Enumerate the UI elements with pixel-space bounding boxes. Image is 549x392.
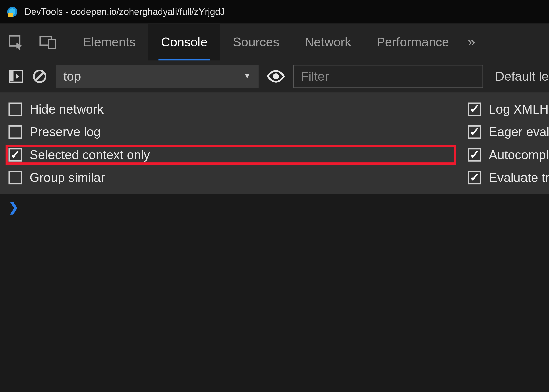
console-settings-panel: Hide network Log XMLHttpRequests Preserv… [0, 93, 549, 194]
checkbox-icon [8, 171, 22, 185]
setting-autocomplete-history[interactable]: Autocomplete from history [468, 148, 549, 162]
setting-eager-evaluation[interactable]: Eager evaluation [468, 125, 549, 139]
tab-performance[interactable]: Performance [364, 24, 462, 60]
checkbox-checked-icon [8, 148, 22, 162]
checkbox-checked-icon [468, 171, 481, 185]
console-prompt-icon: ❯ [8, 200, 19, 214]
checkbox-icon [8, 125, 22, 139]
setting-label: Hide network [30, 102, 104, 117]
devtools-tabs: Elements Console Sources Network Perform… [70, 24, 549, 60]
console-output-area[interactable]: ❯ [0, 194, 549, 392]
setting-label: Autocomplete from history [489, 148, 549, 162]
setting-hide-network[interactable]: Hide network [8, 102, 451, 117]
setting-selected-context-only[interactable]: Selected context only [8, 148, 453, 162]
setting-group-similar[interactable]: Group similar [8, 171, 451, 185]
devtools-tabs-strip: Elements Console Sources Network Perform… [0, 24, 549, 60]
tab-network[interactable]: Network [292, 24, 364, 60]
tab-sources[interactable]: Sources [220, 24, 292, 60]
clear-console-icon[interactable] [32, 69, 47, 84]
svg-point-16 [273, 73, 279, 79]
setting-label: Preserve log [30, 125, 101, 139]
setting-label: Eager evaluation [489, 125, 549, 139]
app-icon [6, 6, 18, 18]
tab-elements[interactable]: Elements [70, 24, 148, 60]
tab-console[interactable]: Console [148, 24, 220, 60]
live-expression-icon[interactable] [267, 70, 285, 82]
setting-label: Selected context only [30, 148, 150, 162]
chevron-down-icon: ▼ [243, 72, 251, 80]
console-sidebar-toggle-icon[interactable] [8, 69, 23, 83]
checkbox-icon [8, 103, 22, 116]
filter-input[interactable] [293, 64, 483, 88]
device-toolbar-icon[interactable] [38, 32, 58, 52]
setting-label: Log XMLHttpRequests [489, 102, 549, 117]
log-levels-label: Default levels [495, 69, 549, 83]
setting-label: Evaluate triggers user activation [489, 171, 549, 185]
window-title: DevTools - codepen.io/zoherghadyali/full… [24, 6, 549, 17]
svg-rect-13 [10, 71, 13, 81]
svg-line-15 [36, 72, 44, 80]
setting-evaluate-user-activation[interactable]: Evaluate triggers user activation [468, 171, 549, 185]
checkbox-checked-icon [468, 148, 481, 162]
console-toolbar: top ▼ Default levels ▼ [0, 60, 549, 93]
setting-log-xhr[interactable]: Log XMLHttpRequests [468, 102, 549, 117]
log-levels-dropdown[interactable]: Default levels ▼ [492, 69, 549, 83]
inspect-element-icon[interactable] [6, 32, 26, 52]
setting-preserve-log[interactable]: Preserve log [8, 125, 451, 139]
tabs-overflow-button[interactable]: » [462, 34, 481, 50]
execution-context-dropdown[interactable]: top ▼ [56, 64, 259, 88]
title-bar: DevTools - codepen.io/zoherghadyali/full… [0, 0, 549, 24]
checkbox-checked-icon [468, 103, 481, 116]
execution-context-value: top [63, 69, 81, 83]
svg-rect-8 [48, 39, 55, 48]
svg-rect-1 [8, 13, 13, 17]
checkbox-checked-icon [468, 125, 481, 139]
setting-label: Group similar [30, 171, 105, 185]
